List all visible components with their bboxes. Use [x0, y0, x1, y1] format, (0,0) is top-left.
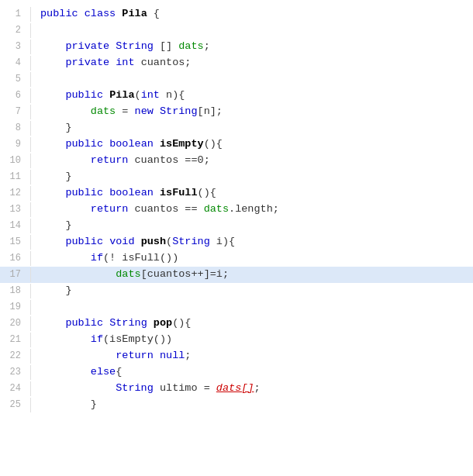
token-kw: return: [116, 350, 154, 361]
token-plain: [154, 187, 160, 198]
token-plain: [40, 187, 65, 198]
token-plain: [40, 138, 65, 150]
token-plain: (: [166, 236, 172, 247]
token-plain: []: [154, 40, 178, 52]
token-plain: }: [40, 122, 72, 133]
token-plain: i){: [210, 236, 235, 247]
token-plain: (: [135, 89, 141, 101]
code-line: 19: [0, 299, 473, 316]
token-kw: if: [91, 333, 103, 345]
token-kw: public: [65, 89, 103, 101]
token-plain: [154, 350, 160, 361]
code-editor: 1public class Pila {2 3 private String […: [0, 0, 473, 476]
code-line: 22 return null;: [0, 348, 473, 364]
line-number: 18: [0, 284, 31, 298]
line-content: [40, 71, 473, 88]
token-type: int: [141, 89, 160, 101]
token-plain: ;: [254, 382, 260, 394]
line-number: 8: [0, 121, 31, 136]
token-kw: public: [65, 187, 103, 198]
token-kw: else: [91, 366, 116, 378]
token-plain: n){: [160, 89, 185, 101]
line-number: 10: [0, 153, 31, 168]
token-plain: [103, 317, 109, 329]
token-plain: [147, 317, 154, 329]
code-line: 15 public void push(String i){: [0, 234, 473, 250]
token-plain: [154, 138, 160, 150]
token-plain: [cuantos++]=i;: [141, 268, 229, 280]
token-plain: [40, 203, 91, 215]
token-plain: [n];: [198, 105, 223, 117]
token-plain: ;: [185, 350, 191, 361]
line-number: 16: [0, 251, 31, 266]
token-plain: }: [40, 398, 97, 410]
token-type: String: [172, 236, 210, 247]
line-content: }: [40, 283, 473, 299]
line-content: }: [40, 169, 473, 185]
line-number: 20: [0, 316, 31, 331]
token-kw: if: [91, 252, 103, 264]
token-field: dats: [116, 268, 140, 280]
line-number: 17: [0, 267, 31, 282]
token-plain: (){: [172, 317, 191, 329]
token-plain: {: [147, 8, 160, 19]
code-line: 20 public String pop(){: [0, 316, 473, 332]
token-plain: [40, 382, 116, 394]
token-plain: [103, 89, 109, 101]
token-plain: }: [40, 219, 72, 231]
token-type: int: [116, 57, 134, 68]
token-plain: [135, 236, 141, 247]
token-plain: [40, 317, 65, 329]
line-content: dats[cuantos++]=i;: [40, 267, 473, 283]
token-plain: (isEmpty()): [103, 333, 172, 345]
code-line: 14 }: [0, 218, 473, 234]
code-line: 13 return cuantos == dats.length;: [0, 202, 473, 218]
token-method-bold: pop: [154, 317, 172, 329]
token-kw: new: [135, 105, 154, 117]
token-plain: [40, 89, 65, 101]
line-number: 21: [0, 333, 31, 347]
token-plain: [103, 138, 109, 150]
token-plain: cuantos;: [135, 57, 192, 68]
line-content: private String [] dats;: [40, 39, 473, 55]
token-kw: private: [65, 57, 109, 68]
token-plain: ultimo =: [154, 382, 216, 394]
token-kw: public: [40, 8, 78, 19]
token-kw: public: [65, 138, 103, 150]
token-plain: [103, 236, 109, 247]
line-content: public boolean isFull(){: [40, 185, 473, 202]
code-line: 5: [0, 71, 473, 88]
line-content: public boolean isEmpty(){: [40, 136, 473, 153]
token-method-bold: Pila: [109, 89, 134, 101]
line-content: return null;: [40, 348, 473, 364]
line-number: 14: [0, 219, 31, 233]
code-line: 23 else{: [0, 364, 473, 381]
token-plain: }: [40, 171, 72, 182]
token-plain: [40, 40, 65, 52]
code-line: 4 private int cuantos;: [0, 55, 473, 71]
token-kw: return: [91, 203, 129, 215]
line-content: }: [40, 218, 473, 234]
code-line: 17 dats[cuantos++]=i;: [0, 267, 473, 283]
token-kw: public: [65, 317, 103, 329]
line-number: 25: [0, 398, 31, 412]
line-number: 13: [0, 202, 31, 217]
token-plain: [40, 350, 116, 361]
code-line: 12 public boolean isFull(){: [0, 185, 473, 202]
token-type: String: [160, 105, 198, 117]
token-plain: cuantos ==: [128, 203, 203, 215]
line-content: public String pop(){: [40, 316, 473, 332]
line-content: public void push(String i){: [40, 234, 473, 250]
token-red-underline: dats[]: [216, 382, 254, 394]
token-plain: (){: [204, 138, 223, 150]
token-type: String: [116, 382, 154, 394]
line-number: 24: [0, 381, 31, 396]
token-field: dats: [178, 40, 203, 52]
token-plain: [40, 57, 65, 68]
code-line: 6 public Pila(int n){: [0, 88, 473, 104]
line-content: }: [40, 397, 473, 413]
token-field: dats: [204, 203, 229, 215]
line-content: [40, 22, 473, 39]
line-number: 3: [0, 40, 31, 54]
line-content: [40, 299, 473, 316]
